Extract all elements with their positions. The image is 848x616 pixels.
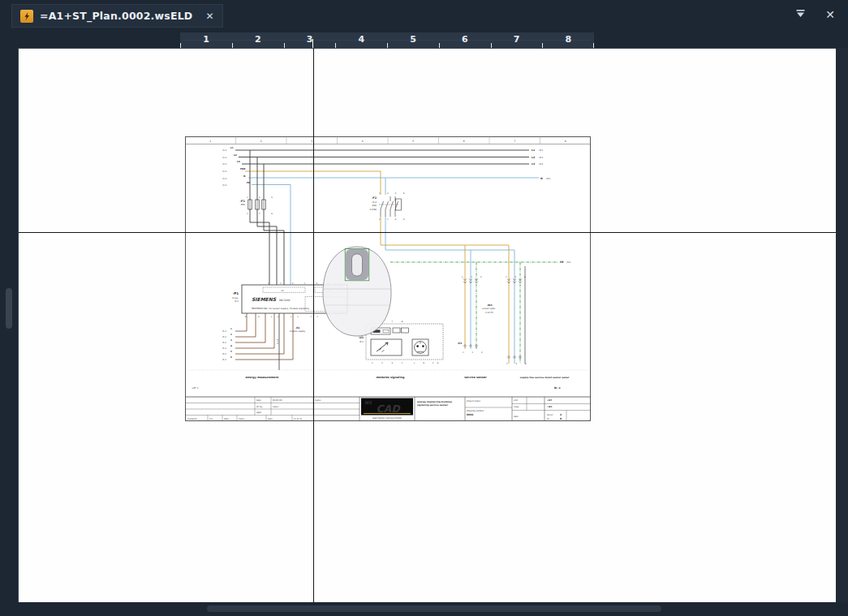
fuse-tag: -F1 — [240, 200, 246, 203]
ruler-mark: 4 — [335, 34, 387, 45]
tb-appr-label: appr. — [256, 411, 262, 414]
logo-tagline: ELECTRONIC CAD SOLUTIONS — [372, 417, 402, 420]
bus-ref: /1.1 — [222, 177, 227, 180]
ruler-mark: 7 — [491, 34, 543, 45]
tb-project-label: project name — [467, 400, 481, 403]
tap-name: 3 — [230, 339, 232, 342]
column-number: 5 — [412, 140, 414, 143]
vertical-scrollbar-thumb[interactable] — [6, 288, 12, 329]
fuse-pins-top: 1 3 5 — [247, 196, 278, 199]
fuse-pins-bottom: 2 4 6 — [247, 213, 278, 215]
section-label: supply line service moist sensor panel — [520, 376, 569, 379]
tb-class-label: class — [514, 406, 519, 408]
column-number: 7 — [514, 140, 515, 143]
tb-description: signaling service sensor — [417, 403, 449, 407]
bus-name: L3 — [237, 160, 240, 163]
column-number: 3 — [311, 140, 312, 143]
bus-name: L1 — [532, 149, 535, 152]
bus-ref: /3.1 — [566, 261, 571, 264]
tap-ref: /5.1 — [222, 359, 226, 361]
ruler-mark: 8 — [542, 34, 594, 45]
tb-drawing-value: 0002 — [467, 413, 473, 416]
tb-date-value: 01.01.03 — [273, 399, 282, 402]
bus-ref: /3.1 — [539, 156, 544, 159]
bus-ref: /3.1 — [539, 149, 544, 152]
connector-pins: 1 2 3 — [462, 276, 485, 278]
section-label: service sensor — [464, 376, 487, 379]
tb-drby-label: dr. by — [256, 406, 263, 408]
socket-pins-bottom: 1 2 3 4 — [372, 362, 407, 364]
bus-name: L2 — [234, 153, 237, 157]
tb-bottom-cell: rev. — [209, 418, 213, 420]
tb-sheet-label: sheet — [547, 414, 553, 416]
schematic-page[interactable]: 1 2 3 4 5 6 7 8 /1.1 L1 — [185, 136, 591, 421]
tb-date-label: date — [256, 399, 261, 402]
plc-sub1: x1 — [281, 290, 284, 292]
tb-class-value: =A1 — [547, 405, 553, 408]
bus-ref: /1.1 — [222, 183, 227, 187]
tap-ref: /5.1 — [222, 336, 226, 338]
horizontal-scrollbar-thumb[interactable] — [207, 605, 661, 612]
margin-ref-left: +ST 1 — [192, 386, 199, 390]
tb-unit-label: unit — [514, 399, 518, 402]
bus-name: L1 — [230, 146, 234, 149]
column-number: 4 — [362, 140, 364, 143]
fuse-note: 35A — [241, 203, 246, 206]
column-number: 6 — [463, 140, 465, 143]
terminal-x3-pins: 1 2 3 — [463, 351, 486, 354]
ruler-mark: 5 — [387, 34, 439, 45]
wscad-document-icon — [20, 10, 33, 23]
pane-close-icon[interactable]: ✕ — [825, 9, 835, 20]
tap-ref: /5.1 — [222, 342, 226, 344]
tabbar-controls: ✕ — [795, 9, 835, 20]
terminal-x4-pins: 4 5 6 — [506, 363, 530, 365]
logo-cad: CAD — [376, 403, 401, 415]
tb-description: energy measuring modules — [417, 400, 452, 403]
margin-ref-right: Bl. 2 — [554, 386, 561, 390]
section-label: modules signaling — [377, 376, 405, 379]
bus-ref: /1.1 — [222, 170, 227, 173]
plc-tag-ref: /4.1 — [235, 300, 239, 303]
ruler-mark: 1 — [180, 34, 232, 45]
horizontal-scrollbar[interactable] — [18, 603, 836, 616]
breaker-rating: 40A — [372, 204, 377, 207]
document-tab[interactable]: =A1+ST_Plan.0002.wsELD ✕ — [11, 4, 223, 28]
tap-ref: /5.1 — [222, 353, 226, 355]
ruler-mark: 6 — [439, 34, 491, 45]
column-number: 2 — [260, 140, 262, 143]
drawing-canvas[interactable]: 1 2 3 4 5 6 7 8 /1.1 L1 — [18, 48, 836, 602]
bus-ref: /3.1 — [539, 162, 544, 166]
tb-unit-value: +ST — [547, 398, 552, 402]
tab-close-icon[interactable]: ✕ — [205, 11, 213, 22]
column-number: 1 — [209, 140, 211, 143]
terminal-x3-tag: -X3 — [458, 342, 462, 345]
bus-ref: /1.1 — [222, 156, 227, 159]
vertical-scrollbar[interactable] — [0, 48, 18, 602]
tab-list-dropdown-icon[interactable] — [795, 9, 806, 20]
terminal-x1-caption: module supply — [290, 330, 306, 333]
ruler-cursor-marker — [312, 39, 313, 48]
tap-name: 5 — [230, 351, 232, 353]
mouse-image[interactable] — [323, 247, 391, 336]
bus-name: PE — [560, 261, 564, 264]
breaker-pins-bottom: 2 4 6 N — [379, 218, 407, 221]
tap-ref: /5.1 — [222, 347, 226, 350]
crosshair-vertical-line — [313, 49, 314, 603]
socket-outlet-pins: L N PE — [414, 362, 442, 364]
tb-bottom-cell: name — [239, 418, 245, 420]
breaker-trip: 0,03A — [370, 208, 377, 211]
tab-title: =A1+ST_Plan.0002.wsELD — [40, 10, 192, 22]
bus-name: PE — [247, 181, 250, 184]
tb-of-value: 8 — [560, 417, 562, 420]
tap-ref: /5.1 — [222, 330, 226, 333]
tb-drawing-label: drawing number — [467, 410, 484, 412]
tb-bottom-cell: date — [224, 418, 229, 420]
cable-caption: sensor cable — [482, 308, 496, 310]
bus-name: N — [540, 177, 543, 180]
plc-brand: SIEMENS — [252, 296, 277, 302]
right-scrollbar-track[interactable] — [836, 48, 848, 602]
horizontal-ruler: 1 2 3 4 5 6 7 8 — [180, 32, 594, 49]
tb-name-label: name — [315, 399, 321, 402]
application-window: =A1+ST_Plan.0002.wsELD ✕ ✕ 1 2 3 4 5 6 7… — [0, 0, 848, 616]
crosshair-horizontal-line — [19, 232, 837, 233]
